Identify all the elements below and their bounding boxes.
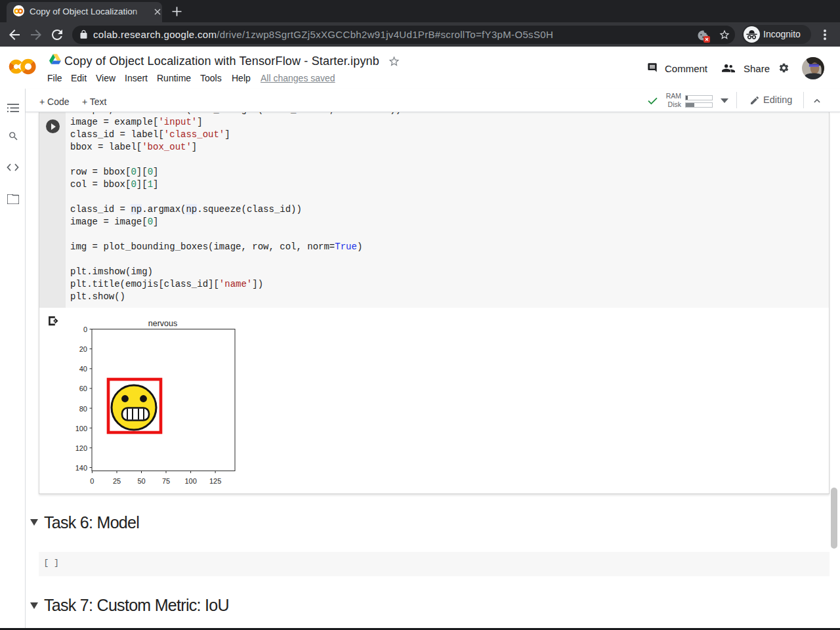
svg-text:120: 120 — [75, 444, 87, 452]
svg-text:nervous: nervous — [148, 319, 177, 328]
svg-text:50: 50 — [137, 477, 145, 485]
svg-text:60: 60 — [79, 385, 87, 392]
svg-text:20: 20 — [79, 345, 87, 353]
svg-text:100: 100 — [75, 425, 87, 432]
svg-text:25: 25 — [113, 477, 121, 485]
svg-text:80: 80 — [79, 405, 87, 413]
svg-text:0: 0 — [83, 326, 87, 333]
svg-text:125: 125 — [209, 477, 221, 485]
svg-text:40: 40 — [79, 365, 87, 373]
svg-text:140: 140 — [75, 464, 87, 472]
svg-text:100: 100 — [184, 477, 196, 485]
svg-text:0: 0 — [90, 477, 94, 485]
svg-text:75: 75 — [162, 477, 170, 485]
